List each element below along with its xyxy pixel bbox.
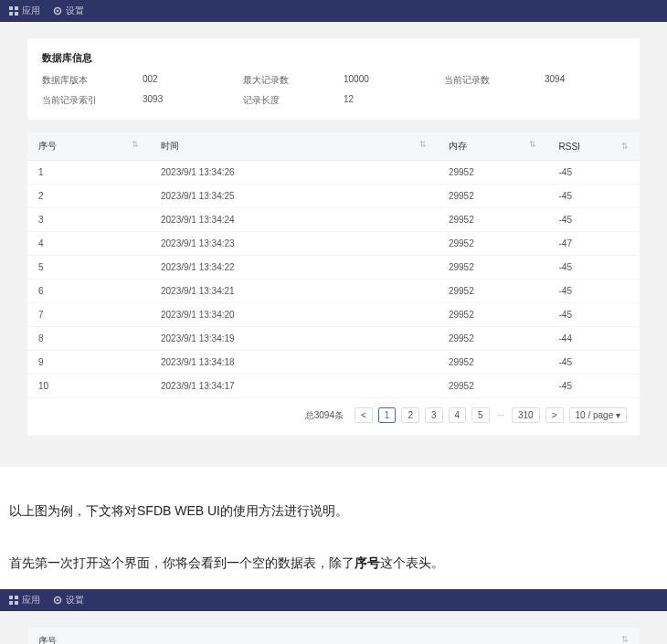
table-row: 72023/9/1 13:34:2029952-45	[27, 303, 640, 327]
table-cell: -45	[547, 280, 640, 303]
nav-item-settings[interactable]: 设置	[53, 5, 84, 17]
table-cell: -45	[547, 375, 640, 398]
th-rssi[interactable]: RSSI⇅	[547, 132, 640, 161]
table-cell: 7	[27, 303, 150, 327]
table-row: 82023/9/1 13:34:1929952-44	[27, 327, 640, 351]
table-cell: -45	[547, 185, 640, 208]
table-cell: -45	[547, 161, 640, 185]
nav-item-settings[interactable]: 设置	[53, 594, 84, 607]
svg-rect-9	[15, 601, 18, 605]
table-cell: 5	[27, 256, 150, 280]
info-label: 当前记录索引	[42, 94, 143, 107]
table-row: 92023/9/1 13:34:1829952-45	[27, 351, 640, 375]
svg-point-5	[57, 10, 58, 12]
table-cell: 2023/9/1 13:34:20	[150, 303, 438, 327]
page-prev[interactable]: <	[355, 407, 373, 423]
sort-icon: ⇅	[621, 635, 629, 644]
info-title: 数据库信息	[42, 51, 625, 65]
data-table-card: 序号⇅ 时间⇅ 内存⇅ RSSI⇅ 12023/9/1 13:34:262995…	[27, 132, 640, 436]
th-index[interactable]: 序号⇅	[27, 628, 640, 644]
page-total: 总3094条	[305, 409, 344, 422]
nav-item-app[interactable]: 应用	[9, 5, 40, 17]
svg-rect-1	[15, 6, 18, 10]
table-cell: 29952	[438, 280, 548, 303]
data-table: 序号⇅ 时间⇅ 内存⇅ RSSI⇅ 12023/9/1 13:34:262995…	[27, 132, 640, 398]
page-number[interactable]: 310	[512, 407, 540, 423]
page-number[interactable]: 5	[471, 407, 490, 423]
nav-label: 应用	[22, 5, 40, 17]
th-mem[interactable]: 内存⇅	[438, 132, 548, 161]
gear-icon	[53, 596, 62, 605]
table-cell: 2023/9/1 13:34:17	[150, 375, 438, 398]
svg-rect-8	[9, 601, 13, 605]
app-screenshot-1: 应用 设置 数据库信息 数据库版本 002 最大记录数 10000 当前记录数 …	[0, 0, 667, 467]
table-cell: 10	[27, 375, 150, 398]
empty-table-card: 序号⇅ No Data	[27, 628, 640, 644]
th-index[interactable]: 序号⇅	[27, 132, 150, 161]
table-cell: -45	[547, 256, 640, 280]
table-cell: 1	[27, 161, 150, 185]
info-label: 当前记录数	[444, 74, 545, 87]
table-cell: 2023/9/1 13:34:26	[150, 161, 438, 185]
info-value: 10000	[344, 74, 444, 87]
doc-paragraph: 首先第一次打开这个界面，你将会看到一个空的数据表，除了序号这个表头。	[0, 537, 667, 589]
page-ellipsis: ···	[495, 410, 506, 420]
table-cell: 29952	[438, 232, 548, 256]
app-screenshot-2: 应用 设置 序号⇅ No Data	[0, 589, 667, 644]
table-row: 62023/9/1 13:34:2129952-45	[27, 280, 640, 303]
info-grid: 数据库版本 002 最大记录数 10000 当前记录数 3094 当前记录索引 …	[42, 74, 625, 107]
table-row: 52023/9/1 13:34:2229952-45	[27, 256, 640, 280]
page-number[interactable]: 1	[378, 407, 397, 423]
svg-rect-0	[9, 6, 13, 10]
table-cell: 29952	[438, 185, 548, 208]
table-row: 22023/9/1 13:34:2529952-45	[27, 185, 640, 208]
table-cell: 9	[27, 351, 150, 375]
table-cell: 4	[27, 232, 150, 256]
info-label: 最大记录数	[243, 74, 344, 87]
svg-rect-3	[15, 12, 18, 16]
page-number[interactable]: 3	[425, 407, 443, 423]
table-row: 42023/9/1 13:34:2329952-47	[27, 232, 640, 256]
table-cell: 2	[27, 185, 150, 208]
table-cell: 2023/9/1 13:34:25	[150, 185, 438, 208]
doc-paragraph: 以上图为例，下文将对SFDB WEB UI的使用方法进行说明。	[0, 485, 667, 537]
table-cell: -45	[547, 351, 640, 375]
navbar: 应用 设置	[0, 0, 667, 22]
svg-rect-6	[9, 596, 13, 599]
svg-rect-7	[15, 596, 18, 599]
table-cell: -47	[547, 232, 640, 256]
table-cell: 8	[27, 327, 150, 351]
th-time[interactable]: 时间⇅	[150, 132, 438, 161]
info-label: 记录长度	[243, 94, 344, 107]
page-size-select[interactable]: 10 / page ▾	[569, 407, 628, 423]
info-value: 002	[143, 74, 243, 87]
nav-label: 应用	[22, 594, 40, 607]
table-cell: 2023/9/1 13:34:21	[150, 280, 438, 303]
nav-item-app[interactable]: 应用	[9, 594, 40, 607]
table-cell: 3	[27, 208, 150, 232]
svg-rect-2	[9, 12, 13, 16]
info-value: 3094	[545, 74, 625, 87]
gear-icon	[53, 6, 62, 16]
page-number[interactable]: 4	[449, 407, 467, 423]
table-cell: -45	[547, 303, 640, 327]
info-label: 数据库版本	[42, 74, 143, 87]
table-cell: -44	[547, 327, 640, 351]
table-cell: 29952	[438, 327, 548, 351]
info-value: 12	[344, 94, 444, 107]
navbar: 应用 设置	[0, 589, 667, 611]
sort-icon: ⇅	[132, 140, 139, 149]
table-cell: 6	[27, 280, 150, 303]
svg-point-11	[57, 599, 58, 601]
nav-label: 设置	[66, 594, 84, 607]
table-cell: 29952	[438, 208, 548, 232]
page-next[interactable]: >	[545, 407, 564, 423]
chevron-down-icon: ▾	[616, 410, 620, 420]
table-cell: 2023/9/1 13:34:22	[150, 256, 438, 280]
table-cell: 2023/9/1 13:34:24	[150, 208, 438, 232]
page-number[interactable]: 2	[401, 407, 419, 423]
table-cell: 2023/9/1 13:34:19	[150, 327, 438, 351]
pagination: 总3094条 < 1 2 3 4 5 ··· 310 > 10 / page ▾	[27, 398, 640, 423]
info-label	[444, 94, 545, 107]
sort-icon: ⇅	[419, 140, 427, 149]
